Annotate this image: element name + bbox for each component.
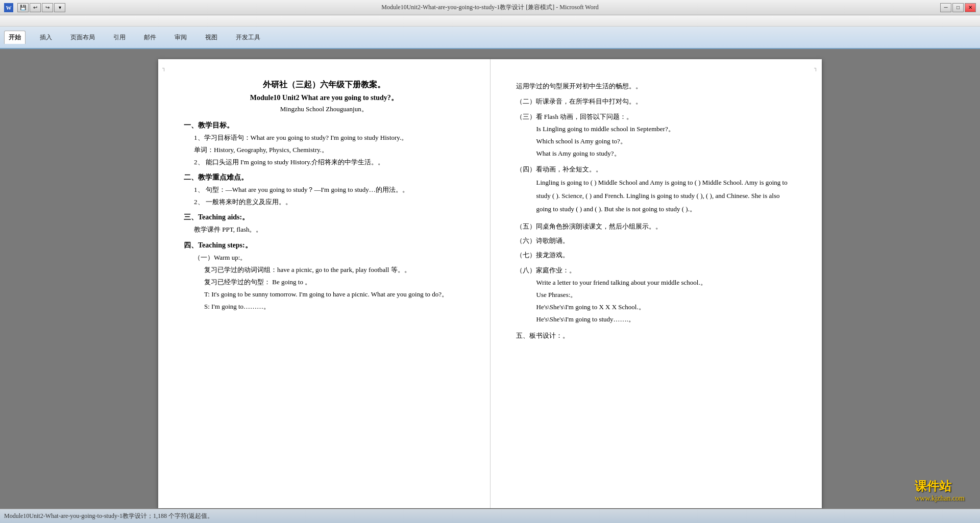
right-r5: （五）同桌角色扮演朗读课文，然后小组展示。。	[516, 221, 797, 232]
page-right: ┐ 运用学过的句型展开对初中生活的畅想。。 （二）听课录音，在所学科目中打对勾。…	[491, 59, 822, 508]
right-r1: 运用学过的句型展开对初中生活的畅想。。	[516, 81, 797, 92]
ribbon: 开始 插入 页面布局 引用 邮件 审阅 视图 开发工具	[0, 27, 980, 49]
section-3-heading: 三、Teaching aids:。	[184, 213, 464, 222]
page-marker-right: ┐	[814, 65, 818, 71]
title-bar-left: W 💾 ↩ ↪ ▾	[4, 3, 65, 12]
section-3-1: 教学课件 PPT, flash。。	[184, 224, 464, 235]
right-r3c: What is Amy going to study?。	[516, 148, 797, 159]
right-r8b: Use Phrases:。	[516, 289, 797, 301]
status-bar: Module10Unit2-What-are-you-going-to-stud…	[0, 509, 980, 523]
title-bar: W 💾 ↩ ↪ ▾ Module10Unit2-What-are-you-goi…	[0, 0, 980, 15]
tab-layout[interactable]: 页面布局	[66, 31, 99, 44]
status-text: Module10Unit2-What-are-you-going-to-stud…	[4, 512, 213, 520]
tab-view[interactable]: 视图	[201, 31, 222, 44]
right-r8d: He's\She's\I'm going to study…….。	[516, 314, 797, 325]
section-2-2: 2、 一般将来时的意义及应用。。	[184, 196, 464, 208]
watermark: 课件站 www.kjzhan.com	[915, 478, 965, 503]
section-1-2: 2、 能口头运用 I'm going to study History.介绍将来…	[184, 157, 464, 168]
close-btn[interactable]: ✕	[965, 3, 976, 12]
quick-redo-btn[interactable]: ↪	[42, 3, 53, 12]
right-r3: （三）看 Flash 动画，回答以下问题：。	[516, 111, 797, 122]
section-1-heading: 一、教学目标。	[184, 121, 464, 130]
tab-insert[interactable]: 插入	[36, 31, 56, 44]
document-area: ┐ 外研社（三起）六年级下册教案。 Module10 Unit2 What ar…	[0, 49, 980, 509]
section-4-1b: 复习已经学过的句型： Be going to 。	[184, 277, 464, 288]
doc-subtitle: Module10 Unit2 What are you going to stu…	[184, 93, 464, 103]
right-r8c: He's\She's\I'm going to X X X School.。	[516, 302, 797, 313]
page-left: ┐ 外研社（三起）六年级下册教案。 Module10 Unit2 What ar…	[158, 59, 490, 508]
right-r8: （八）家庭作业：。	[516, 265, 797, 276]
section-2-heading: 二、教学重点难点。	[184, 173, 464, 182]
maximize-btn[interactable]: □	[952, 3, 964, 12]
tab-developer[interactable]: 开发工具	[232, 31, 264, 44]
minimize-btn[interactable]: ─	[940, 3, 951, 12]
page-marker-left: ┐	[162, 65, 166, 71]
title-bar-controls: ─ □ ✕	[940, 3, 976, 12]
tab-home[interactable]: 开始	[4, 31, 26, 44]
window-title: Module10Unit2-What-are-you-going-to-stud…	[381, 3, 598, 12]
tab-review[interactable]: 审阅	[170, 31, 191, 44]
right-r8a: Write a letter to your friend talking ab…	[516, 277, 797, 288]
document-page: ┐ 外研社（三起）六年级下册教案。 Module10 Unit2 What ar…	[158, 59, 822, 508]
right-r2: （二）听课录音，在所学科目中打对勾。。	[516, 96, 797, 107]
section-4-1a: 复习已学过的动词词组：have a picnic, go to the park…	[184, 264, 464, 276]
right-r3b: Which school is Amy going to?。	[516, 136, 797, 147]
tab-references[interactable]: 引用	[109, 31, 130, 44]
section-4-1d: S: I'm going to………。	[184, 301, 464, 312]
right-r3a: Is Lingling going to middle school in Se…	[516, 123, 797, 135]
section-2-1: 1、 句型：—What are you going to study？—I'm …	[184, 184, 464, 195]
doc-title: 外研社（三起）六年级下册教案。	[184, 80, 464, 90]
section-4-heading: 四、Teaching steps:。	[184, 241, 464, 250]
section-4-1: （一）Warm up:。	[184, 252, 464, 263]
quick-undo-btn[interactable]: ↩	[30, 3, 41, 12]
section-4-1c: T: It's going to be sunny tomorrow. I'm …	[184, 289, 464, 300]
watermark-line1: 课件站	[915, 478, 965, 494]
tab-mail[interactable]: 邮件	[140, 31, 160, 44]
right-r7: （七）接龙游戏。	[516, 250, 797, 261]
section-1-1: 1、学习目标语句：What are you going to study? I'…	[184, 132, 464, 143]
quick-menu-btn[interactable]: ▾	[54, 3, 65, 12]
quick-save-btn[interactable]: 💾	[17, 3, 29, 12]
right-r6: （六）诗歌朗诵。	[516, 235, 797, 246]
quick-toolbar	[0, 15, 980, 27]
section-1-1b: 单词：History, Geography, Physics, Chemistr…	[184, 144, 464, 156]
right-r9: 五、板书设计：。	[516, 330, 797, 341]
right-r4a: Lingling is going to ( ) Middle School a…	[516, 176, 797, 216]
watermark-line2: www.kjzhan.com	[915, 494, 965, 503]
doc-author: Mingzhu School Zhouguanjun。	[184, 105, 464, 114]
right-r4: （四）看动画，补全短文。。	[516, 164, 797, 175]
app-icon: W	[4, 3, 13, 12]
